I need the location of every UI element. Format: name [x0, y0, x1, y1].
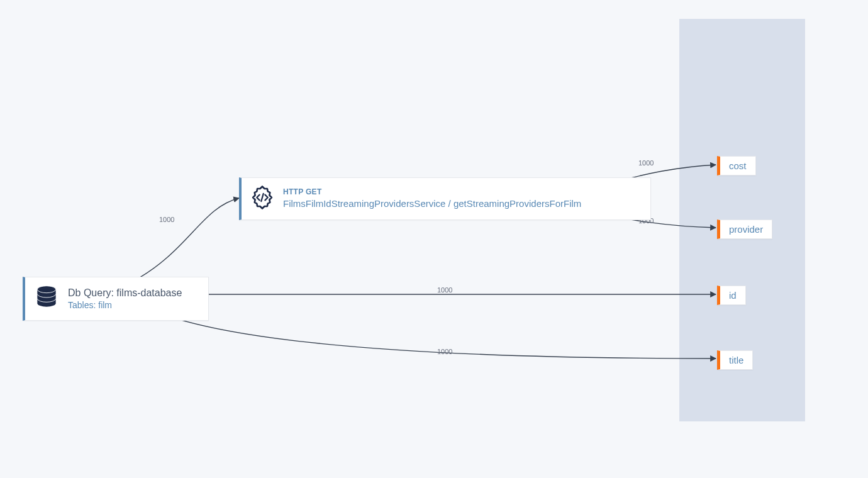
diagram-canvas[interactable]: 1000 1000 1000 1000 1000 Db Query: films…	[0, 0, 868, 478]
output-title[interactable]: title	[717, 350, 753, 370]
db-query-node[interactable]: Db Query: films-database Tables: film	[23, 277, 209, 321]
output-id[interactable]: id	[717, 286, 746, 305]
output-provider[interactable]: provider	[717, 220, 772, 239]
http-service-label: FilmsFilmIdStreamingProvidersService / g…	[283, 197, 581, 210]
database-icon	[33, 284, 60, 314]
gear-code-icon	[249, 184, 275, 213]
http-service-node[interactable]: HTTP GET FilmsFilmIdStreamingProvidersSe…	[239, 177, 651, 220]
output-cost[interactable]: cost	[717, 156, 756, 175]
db-node-title: Db Query: films-database	[68, 287, 182, 300]
edge-label: 1000	[437, 348, 452, 355]
edge-label: 1000	[159, 216, 174, 223]
edge-label: 1000	[638, 159, 654, 167]
db-node-subtitle: Tables: film	[68, 299, 182, 311]
edge-label: 1000	[437, 286, 452, 294]
http-method-label: HTTP GET	[283, 187, 581, 197]
